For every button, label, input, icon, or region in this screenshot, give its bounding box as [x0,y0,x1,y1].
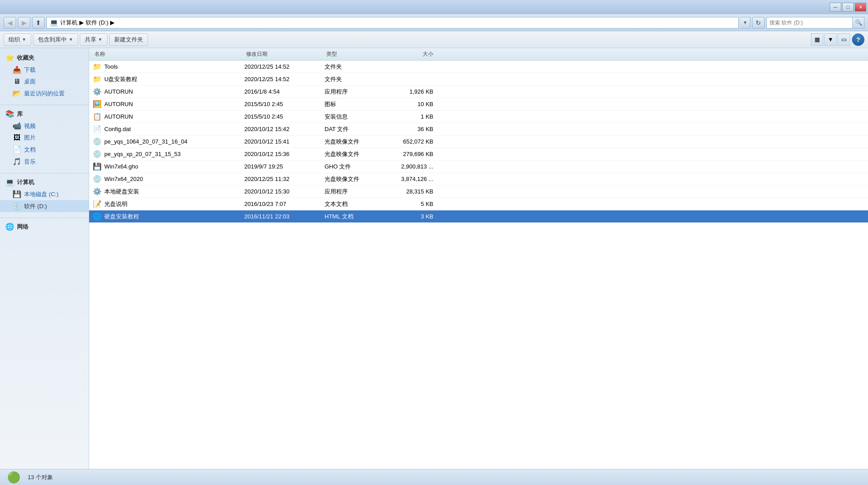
file-type-cell: 应用程序 [325,188,387,196]
computer-header[interactable]: 💻 计算机 [0,176,89,188]
file-name: pe_yqs_xp_20_07_31_15_53 [104,151,181,157]
file-date-cell: 2020/10/12 15:42 [244,126,325,132]
navigation-bar: ◀ ▶ ⬆ 💻 计算机 ▶ 软件 (D:) ▶ ▼ ↻ 🔍 [0,14,868,31]
table-row[interactable]: 📝 光盘说明 2016/10/23 7:07 文本文档 5 KB [89,198,868,210]
table-row[interactable]: 📋 AUTORUN 2015/5/10 2:45 安装信息 1 KB [89,111,868,123]
sidebar-item-soft-d[interactable]: 💿 软件 (D:) [0,200,89,212]
sidebar-item-desktop[interactable]: 🖥 桌面 [0,76,89,87]
title-bar: ─ □ ✕ [0,0,868,14]
file-name-cell: 💾 Win7x64.gho [93,162,244,171]
file-name: AUTORUN [104,113,133,120]
main-area: ⭐ 收藏夹 📥 下载 🖥 桌面 📂 最近访问的位置 📚 库 [0,48,868,469]
table-row[interactable]: ⚙️ AUTORUN 2016/1/8 4:54 应用程序 1,926 KB [89,86,868,98]
include-library-button[interactable]: 包含到库中 ▼ [33,33,78,46]
col-header-date[interactable]: 修改日期 [244,50,325,58]
sidebar-item-image[interactable]: 🖼 图片 [0,132,89,144]
recent-icon: 📂 [12,89,21,98]
file-type-cell: 光盘映像文件 [325,150,387,158]
table-row[interactable]: 📁 Tools 2020/12/25 14:52 文件夹 [89,61,868,73]
address-dropdown-button[interactable]: ▼ [740,17,750,29]
up-button[interactable]: ⬆ [32,17,45,29]
new-folder-button[interactable]: 新建文件夹 [109,33,148,46]
network-header[interactable]: 🌐 网络 [0,221,89,233]
file-type-cell: 光盘映像文件 [325,175,387,183]
back-icon: ◀ [8,19,12,26]
preview-pane-button[interactable]: ▭ [838,33,850,46]
file-size-cell: 2,900,813 ... [387,163,440,170]
local-c-icon: 💾 [12,190,21,198]
file-name: 硬盘安装教程 [104,213,139,221]
file-name-cell: 📝 光盘说明 [93,200,244,208]
table-row[interactable]: 💿 pe_yqs_1064_20_07_31_16_04 2020/10/12 … [89,136,868,148]
share-button[interactable]: 共享 ▼ [80,33,107,46]
file-area: 名称 修改日期 类型 大小 📁 Tools 2020/12/25 14:52 文… [89,48,868,469]
favorites-header[interactable]: ⭐ 收藏夹 [0,52,89,64]
minimize-button[interactable]: ─ [830,3,841,12]
desktop-icon: 🖥 [12,78,21,86]
address-computer-icon: 💻 [49,18,58,27]
close-button[interactable]: ✕ [855,3,866,12]
file-date-cell: 2020/10/12 15:30 [244,188,325,195]
table-row[interactable]: 💿 pe_yqs_xp_20_07_31_15_53 2020/10/12 15… [89,148,868,160]
file-type-icon: 📝 [93,200,102,208]
sidebar-item-music[interactable]: 🎵 音乐 [0,156,89,168]
col-header-name[interactable]: 名称 [93,50,244,58]
view-controls: ▦ ▼ ▭ [811,33,850,46]
sidebar-item-local-c[interactable]: 💾 本地磁盘 (C:) [0,188,89,200]
back-button[interactable]: ◀ [4,17,16,29]
file-type-icon: 🖼️ [93,100,102,108]
video-icon: 📹 [12,122,21,130]
include-dropdown-icon: ▼ [69,37,73,42]
file-type-icon: ⚙️ [93,187,102,196]
view-dropdown-button[interactable]: ▼ [824,33,837,46]
forward-button[interactable]: ▶ [18,17,30,29]
file-date-cell: 2015/5/10 2:45 [244,113,325,120]
table-row[interactable]: 🖼️ AUTORUN 2015/5/10 2:45 图标 10 KB [89,98,868,111]
sidebar-item-video[interactable]: 📹 视频 [0,120,89,132]
search-bar[interactable]: 🔍 [766,17,864,29]
favorites-label: 收藏夹 [17,54,34,62]
refresh-button[interactable]: ↻ [752,17,765,29]
file-type-cell: 安装信息 [325,113,387,121]
search-input[interactable] [767,20,852,26]
sidebar-divider-3 [0,218,89,218]
file-name: Config.dat [104,126,131,132]
computer-icon: 💻 [5,178,14,186]
table-row[interactable]: 📁 U盘安装教程 2020/12/25 14:52 文件夹 [89,73,868,86]
view-mode-button[interactable]: ▦ [811,33,823,46]
share-label: 共享 [85,36,96,44]
file-date-cell: 2016/11/21 22:03 [244,213,325,220]
download-label: 下载 [24,66,36,74]
file-name: 本地硬盘安装 [104,188,139,196]
desktop-label: 桌面 [24,78,36,86]
file-name-cell: 🌐 硬盘安装教程 [93,212,244,221]
sidebar-item-recent[interactable]: 📂 最近访问的位置 [0,87,89,99]
table-row[interactable]: 💾 Win7x64.gho 2019/9/7 19:25 GHO 文件 2,90… [89,160,868,173]
file-date-cell: 2020/10/12 15:36 [244,151,325,157]
sidebar-item-download[interactable]: 📥 下载 [0,64,89,76]
organize-dropdown-icon: ▼ [22,37,26,42]
sidebar-item-document[interactable]: 📄 文档 [0,144,89,156]
file-date-cell: 2020/12/25 14:52 [244,63,325,70]
table-row[interactable]: 🌐 硬盘安装教程 2016/11/21 22:03 HTML 文档 3 KB [89,210,868,223]
image-label: 图片 [24,134,36,142]
search-button[interactable]: 🔍 [852,17,864,28]
address-bar[interactable]: 💻 计算机 ▶ 软件 (D:) ▶ [46,17,739,29]
help-button[interactable]: ? [852,33,864,46]
table-row[interactable]: 💿 Win7x64_2020 2020/12/25 11:32 光盘映像文件 3… [89,173,868,185]
preview-icon: ▭ [841,36,847,43]
table-row[interactable]: ⚙️ 本地硬盘安装 2020/10/12 15:30 应用程序 28,315 K… [89,185,868,198]
library-header[interactable]: 📚 库 [0,108,89,120]
col-header-type[interactable]: 类型 [325,50,387,58]
toolbar: 组织 ▼ 包含到库中 ▼ 共享 ▼ 新建文件夹 ▦ ▼ [0,31,868,48]
status-count: 13 个对象 [28,473,53,481]
col-header-size[interactable]: 大小 [387,50,440,58]
file-name-cell: 📋 AUTORUN [93,112,244,121]
file-name: U盘安装教程 [104,75,137,83]
maximize-button[interactable]: □ [842,3,854,12]
table-row[interactable]: 📄 Config.dat 2020/10/12 15:42 DAT 文件 36 … [89,123,868,136]
file-date-cell: 2016/10/23 7:07 [244,201,325,207]
file-size-cell: 3 KB [387,213,440,220]
organize-button[interactable]: 组织 ▼ [4,33,31,46]
file-date-cell: 2019/9/7 19:25 [244,163,325,170]
